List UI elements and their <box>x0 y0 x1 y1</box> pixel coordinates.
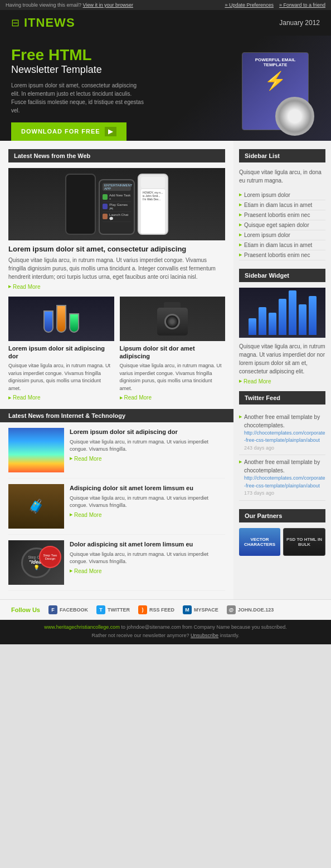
chart-bar <box>279 299 286 335</box>
flask-group <box>43 305 79 333</box>
follow-rss[interactable]: ) RSS FEED <box>138 605 174 614</box>
camera-wrapper <box>157 302 188 336</box>
tech-img-colorful <box>8 428 64 472</box>
cd-disc <box>275 97 314 136</box>
list-item: Praesent lobortis enim nec <box>239 210 325 220</box>
list-item: Quisque eget sapien dolor <box>239 220 325 230</box>
flask-orange <box>56 305 66 333</box>
chart-bar <box>249 318 256 335</box>
mini-article2: Lorem ipsum dolor sit adipiscing dor Qui… <box>8 297 114 401</box>
footer: www.heritagechristiancollege.com to john… <box>0 620 331 644</box>
follow-label: Follow Us <box>11 606 40 613</box>
tech-title-3: Dolor adispicing sit amet lorem limsum e… <box>70 540 225 548</box>
main-content: Latest News from the Web ENTERTAINMENT A… <box>0 141 331 600</box>
list-item: Praesent lobortis enim nec <box>239 250 325 260</box>
tech-readmore-2[interactable]: Read More <box>70 512 225 518</box>
download-button[interactable]: DOWNLOAD FOR FREE ▶ <box>11 122 126 141</box>
article3-body: Quisque vitae ligula arcu, in rutrum mag… <box>120 362 226 392</box>
footer-text: Rather not receive our newsletter anymor… <box>11 632 320 639</box>
logo-text: ITNEWS <box>24 16 75 30</box>
follow-twitter[interactable]: t TWITTER <box>96 605 130 614</box>
sidebar-list-header: Sidebar List <box>239 149 325 162</box>
article2-body: Quisque vitae ligula arcu, in rutrum mag… <box>8 362 114 392</box>
rss-icon: ) <box>138 605 147 614</box>
update-prefs-link[interactable]: » Update Preferences <box>225 2 274 8</box>
app-icon-blue <box>103 204 108 209</box>
article1-body: Quisque vitae ligula arcu, in rutrum mag… <box>8 256 225 281</box>
chart-bar <box>309 296 317 335</box>
tech-item-2-text: Adispicing dolor sit amet lorem limsum e… <box>70 484 225 529</box>
article2-readmore[interactable]: Read More <box>8 394 114 401</box>
footer-url-link[interactable]: www.heritagechristiancollege.com <box>44 624 120 630</box>
tweet-1-link[interactable]: http://chocotemplates.com/corporate-free… <box>244 430 325 445</box>
follow-facebook[interactable]: f FACEBOOK <box>48 605 88 614</box>
header: ⊟ ITNEWS January 2012 <box>0 10 331 36</box>
tweet-2-time: 173 days ago <box>244 490 325 497</box>
sidebar-list-desc: Quisque vitae ligula arcu, in dona eu ru… <box>239 168 325 185</box>
camera-lens <box>164 314 180 329</box>
mini-article3: Lipsum dolor sit dor amet adipiscing Qui… <box>120 297 226 401</box>
forward-link[interactable]: » Forward to a friend <box>279 2 325 8</box>
phone-group: ENTERTAINMENT APP Add New Task + Play Ga… <box>62 171 171 238</box>
phone-app-header: ENTERTAINMENT APP <box>103 183 131 191</box>
tech-body-1: Quisque vitae ligula arcu, in rutrum mag… <box>70 438 225 453</box>
tech-item-3: Step One "Idea" 💡 Step Two Design Dolor … <box>8 535 225 591</box>
footer-url: www.heritagechristiancollege.com to john… <box>11 624 320 630</box>
list-item: Etiam in diam lacus in amet <box>239 200 325 210</box>
step-two-circle: Step Two Design <box>39 546 61 568</box>
sidebar-widget-header: Sidebar Widget <box>239 269 325 282</box>
chart-bar <box>259 307 266 335</box>
article3-title: Lipsum dolor sit dor amet adipiscing <box>120 344 226 361</box>
top-bar-right: » Update Preferences » Forward to a frie… <box>225 2 325 8</box>
tech-item-1: Lorem ipsum dolor sit adipiscing dor Qui… <box>8 422 225 479</box>
phone-light-content: HOWDY, my n... is John Smit... I'm Web D… <box>141 189 165 234</box>
twitter-feed: Another free email template by chocotemp… <box>239 410 325 501</box>
news-image-full: ENTERTAINMENT APP Add New Task + Play Ga… <box>8 168 225 240</box>
hero-subtitle: Newsletter Template <box>11 64 220 76</box>
follow-email[interactable]: @ JOHN.DOE.123 <box>227 605 274 614</box>
sidebar-widget-readmore[interactable]: Read More <box>239 378 325 384</box>
twitter-icon: t <box>96 605 105 614</box>
tweet-1: Another free email template by chocotemp… <box>239 410 325 456</box>
view-browser-link[interactable]: View it in your browser <box>83 2 133 8</box>
sidebar-list: Lorem ipsum dolor Etiam in diam lacus in… <box>239 190 325 260</box>
email-icon: @ <box>227 605 236 614</box>
tweet-1-time: 243 days ago <box>244 445 325 452</box>
unsubscribe-link[interactable]: Unsubscribe <box>191 633 218 638</box>
flask-blue <box>43 310 53 333</box>
app-item: Play Games 🎮 <box>103 202 131 212</box>
hero-text: Free HTML Newsletter Template Lorem ipsu… <box>11 47 220 141</box>
flask-green <box>69 313 79 333</box>
tech-body-3: Quisque vitae ligula arcu, in rutrum mag… <box>70 551 225 566</box>
top-bar: Having trouble viewing this email? View … <box>0 0 331 10</box>
article1-title: Lorem ipsum dolor sit amet, consectetur … <box>8 245 225 253</box>
tech-body-2: Quisque vitae ligula arcu, in rutrum mag… <box>70 495 225 510</box>
tech-readmore-1[interactable]: Read More <box>70 456 225 462</box>
follow-bar: Follow Us f FACEBOOK t TWITTER ) RSS FEE… <box>0 599 331 620</box>
sidebar: Sidebar List Quisque vitae ligula arcu, … <box>233 141 331 600</box>
hero-body: Lorem ipsum dolor sit amet, consectetur … <box>11 81 145 115</box>
chart-bar <box>269 313 276 335</box>
article3-readmore[interactable]: Read More <box>120 394 226 401</box>
follow-myspace[interactable]: m MYSPACE <box>183 605 218 614</box>
article1-readmore[interactable]: Read More <box>8 284 225 290</box>
tech-img-briefcase: 🧳 <box>8 484 64 529</box>
twitter-feed-header: Twitter Feed <box>239 391 325 405</box>
tech-item-3-text: Dolor adispicing sit amet lorem limsum e… <box>70 540 225 585</box>
camera-body <box>157 308 188 336</box>
tweet-2-link[interactable]: http://chocotemplates.com/corporate-free… <box>244 475 325 490</box>
tweet-1-content: Another free email template by chocotemp… <box>244 413 325 452</box>
main-column: Latest News from the Web ENTERTAINMENT A… <box>0 141 233 600</box>
tech-img-step: Step One "Idea" 💡 Step Two Design <box>8 540 64 585</box>
trouble-text: Having trouble viewing this email? View … <box>6 2 133 8</box>
list-item: Lorem ipsum dolor <box>239 190 325 200</box>
chart-bar <box>289 290 296 335</box>
tech-readmore-3[interactable]: Read More <box>70 568 225 574</box>
mini-articles: Lorem ipsum dolor sit adipiscing dor Qui… <box>8 297 225 401</box>
phone-dark <box>65 174 96 235</box>
app-item: Launch Chat 💬 <box>103 212 131 222</box>
tech-title-2: Adispicing dolor sit amet lorem limsum e… <box>70 484 225 492</box>
app-icon-orange <box>103 214 108 219</box>
phone-light-header <box>141 177 165 188</box>
cd-bolt-icon: ⚡ <box>264 70 286 91</box>
